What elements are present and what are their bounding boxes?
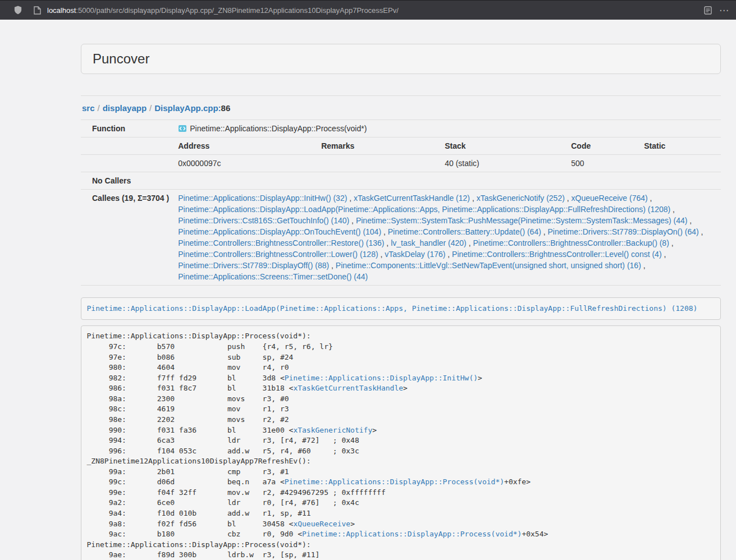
overflow-menu-icon[interactable]: ⋯ — [719, 6, 729, 15]
breadcrumb-separator: / — [147, 103, 154, 113]
function-name: Pinetime::Applications::DisplayApp::Proc… — [190, 123, 367, 134]
tracking-protection-shield-icon[interactable] — [12, 4, 24, 16]
callee-link[interactable]: Pinetime::Controllers::BrightnessControl… — [178, 250, 378, 259]
url-path: :5000/path/src/displayapp/DisplayApp.cpp… — [76, 6, 399, 15]
callee-link[interactable]: lv_task_handler (420) — [391, 238, 467, 247]
address-value: 0x0000097c — [173, 155, 317, 172]
column-header-static: Static — [639, 137, 721, 155]
callee-link[interactable]: Pinetime::Controllers::Battery::Update()… — [388, 227, 541, 236]
disassembly-listing: Pinetime::Applications::DisplayApp::Proc… — [81, 325, 721, 560]
callee-link[interactable]: Pinetime::Applications::DisplayApp::Load… — [178, 205, 670, 214]
code-size-value: 500 — [566, 155, 639, 172]
callee-link[interactable]: Pinetime::Applications::Screens::Timer::… — [178, 272, 368, 281]
address-header-row: Address Remarks Stack Code Static — [81, 137, 721, 155]
callee-link[interactable]: Pinetime::System::SystemTask::PushMessag… — [356, 216, 688, 225]
callee-link[interactable]: Pinetime::Applications::DisplayApp::OnTo… — [178, 227, 381, 236]
callee-link[interactable]: Pinetime::Controllers::BrightnessControl… — [452, 250, 661, 259]
callee-link[interactable]: xQueueReceive (764) — [572, 194, 648, 203]
url-text: localhost:5000/path/src/displayapp/Displ… — [47, 6, 399, 15]
callees-list: Pinetime::Applications::DisplayApp::Init… — [173, 190, 721, 286]
breadcrumb-line-number: 86 — [221, 103, 231, 113]
column-header-stack: Stack — [440, 137, 566, 155]
assembly-symbol-link[interactable]: Pinetime::Applications::DisplayApp::Proc… — [285, 478, 504, 486]
browser-url-bar: localhost:5000/path/src/displayapp/Displ… — [0, 0, 736, 20]
callees-label: Callees (19, Σ=3704 ) — [81, 190, 173, 286]
assembly-symbol-link[interactable]: xTaskGenericNotify — [293, 426, 372, 434]
current-symbol-link[interactable]: Pinetime::Applications::DisplayApp::Load… — [87, 304, 698, 313]
callee-link[interactable]: Pinetime::Controllers::BrightnessControl… — [178, 238, 384, 247]
function-icon — [178, 123, 187, 134]
remarks-value — [317, 155, 440, 172]
column-header-code: Code — [566, 137, 639, 155]
symbol-detail-table: Function Pinetime::Applications::Display… — [81, 120, 721, 286]
breadcrumb: src/displayapp/DisplayApp.cpp:86 — [81, 96, 721, 120]
callee-link[interactable]: Pinetime::Applications::DisplayApp::Init… — [178, 194, 347, 203]
page-container: Puncover src/displayapp/DisplayApp.cpp:8… — [81, 20, 721, 560]
page-document-icon — [31, 4, 43, 16]
address-data-row: 0x0000097c 40 (static) 500 — [81, 155, 721, 172]
callee-link[interactable]: Pinetime::Drivers::St7789::DisplayOn() (… — [548, 227, 699, 236]
callee-link[interactable]: xTaskGetCurrentTaskHandle (12) — [354, 194, 470, 203]
stack-value: 40 (static) — [440, 155, 566, 172]
callee-link[interactable]: Pinetime::Controllers::BrightnessControl… — [473, 238, 669, 247]
current-symbol-panel: Pinetime::Applications::DisplayApp::Load… — [81, 297, 721, 320]
assembly-symbol-link[interactable]: Pinetime::Applications::DisplayApp::Init… — [285, 374, 478, 382]
column-header-address: Address — [173, 137, 317, 155]
breadcrumb-dir-link[interactable]: displayapp — [103, 103, 147, 113]
breadcrumb-file-link[interactable]: DisplayApp.cpp: — [154, 103, 221, 113]
callees-row: Callees (19, Σ=3704 ) Pinetime::Applicat… — [81, 190, 721, 286]
callee-link[interactable]: Pinetime::Components::LittleVgl::SetNewT… — [336, 261, 641, 270]
assembly-symbol-link[interactable]: xQueueReceive — [293, 520, 350, 528]
function-row: Function Pinetime::Applications::Display… — [81, 120, 721, 137]
url-host: localhost — [47, 6, 76, 15]
address-bar[interactable]: localhost:5000/path/src/displayapp/Displ… — [28, 2, 698, 18]
no-callers-label: No Callers — [81, 172, 173, 190]
callee-link[interactable]: Pinetime::Drivers::St7789::DisplayOff() … — [178, 261, 329, 270]
assembly-symbol-link[interactable]: Pinetime::Applications::DisplayApp::Proc… — [302, 530, 522, 538]
breadcrumb-src-link[interactable]: src — [82, 103, 95, 113]
page-title: Puncover — [93, 52, 709, 66]
callee-link[interactable]: vTaskDelay (176) — [385, 250, 445, 259]
function-label: Function — [81, 120, 173, 137]
page-title-box: Puncover — [81, 44, 721, 74]
no-callers-row: No Callers — [81, 172, 721, 190]
callee-link[interactable]: xTaskGenericNotify (252) — [477, 194, 565, 203]
breadcrumb-separator: / — [95, 103, 103, 113]
callee-link[interactable]: Pinetime::Drivers::Cst816S::GetTouchInfo… — [178, 216, 349, 225]
assembly-symbol-link[interactable]: xTaskGetCurrentTaskHandle — [293, 384, 403, 392]
column-header-remarks: Remarks — [317, 137, 440, 155]
static-size-value — [639, 155, 721, 172]
reader-view-icon[interactable] — [702, 4, 714, 16]
